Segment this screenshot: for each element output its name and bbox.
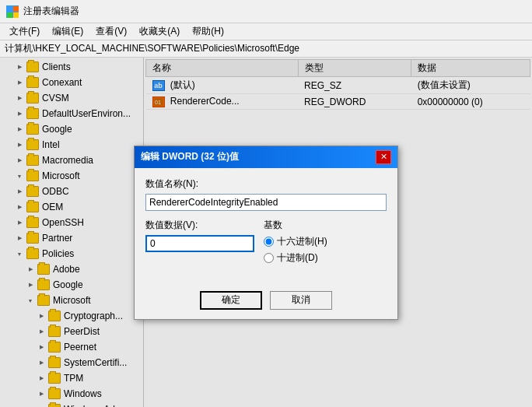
- dialog-body: 数值名称(N): 数值数据(V): 基数 十六进制(H): [135, 168, 397, 285]
- address-bar: 计算机\HKEY_LOCAL_MACHINE\SOFTWARE\Policies…: [0, 40, 532, 58]
- dialog-title: 编辑 DWORD (32 位)值: [141, 150, 239, 163]
- app-icon: [6, 5, 19, 18]
- cancel-button[interactable]: 取消: [270, 291, 332, 310]
- name-label: 数值名称(N):: [145, 177, 387, 191]
- radio-hex-input[interactable]: [264, 237, 274, 247]
- data-input[interactable]: [145, 235, 254, 252]
- main-content: Clients Conexant CVSM DefaultUserEnviron…: [0, 58, 532, 407]
- dword-dialog: 编辑 DWORD (32 位)值 ✕ 数值名称(N): 数值数据(V): 基数: [134, 146, 398, 320]
- radio-dec[interactable]: 十进制(D): [264, 251, 387, 265]
- radio-dec-input[interactable]: [264, 253, 274, 263]
- title-bar: 注册表编辑器: [0, 0, 532, 23]
- base-group: 基数 十六进制(H) 十进制(D): [264, 219, 387, 268]
- dialog-footer: 确定 取消: [135, 285, 397, 319]
- window-title: 注册表编辑器: [23, 5, 79, 18]
- value-section: 数值数据(V):: [145, 219, 254, 268]
- menu-view[interactable]: 查看(V): [89, 23, 133, 40]
- data-label: 数值数据(V):: [145, 219, 254, 232]
- name-input[interactable]: [145, 194, 387, 211]
- dialog-title-bar: 编辑 DWORD (32 位)值 ✕: [135, 146, 397, 168]
- menu-edit[interactable]: 编辑(E): [46, 23, 89, 40]
- data-row: 数值数据(V): 基数 十六进制(H) 十进制(D): [145, 219, 387, 268]
- svg-rect-2: [7, 12, 12, 18]
- menu-file[interactable]: 文件(F): [3, 23, 46, 40]
- svg-rect-3: [13, 12, 19, 18]
- svg-rect-0: [7, 6, 12, 12]
- ok-button[interactable]: 确定: [200, 291, 262, 310]
- address-path: 计算机\HKEY_LOCAL_MACHINE\SOFTWARE\Policies…: [5, 42, 299, 55]
- menu-help[interactable]: 帮助(H): [186, 23, 230, 40]
- dialog-close-button[interactable]: ✕: [376, 150, 391, 164]
- menu-favorites[interactable]: 收藏夹(A): [133, 23, 186, 40]
- radio-hex[interactable]: 十六进制(H): [264, 235, 387, 248]
- svg-rect-1: [13, 6, 19, 12]
- menu-bar: 文件(F) 编辑(E) 查看(V) 收藏夹(A) 帮助(H): [0, 23, 532, 40]
- modal-overlay: 编辑 DWORD (32 位)值 ✕ 数值名称(N): 数值数据(V): 基数: [0, 58, 532, 407]
- base-label: 基数: [264, 219, 387, 232]
